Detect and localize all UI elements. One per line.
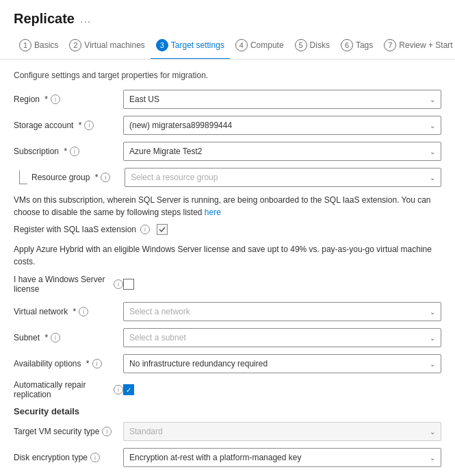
sql-info-box: VMs on this subscription, wherein SQL Se… bbox=[14, 194, 441, 218]
windows-license-row: I have a Windows Server license i bbox=[14, 275, 441, 294]
disk-encryption-info-icon[interactable]: i bbox=[90, 453, 100, 462]
page-title: Replicate bbox=[14, 11, 75, 27]
target-vm-security-label: Target VM security type i bbox=[14, 427, 123, 436]
virtual-network-label: Virtual network * i bbox=[14, 307, 123, 316]
subnet-label: Subnet * i bbox=[14, 333, 123, 342]
step-label-2: Virtual machines bbox=[84, 40, 145, 50]
subnet-info-icon[interactable]: i bbox=[51, 333, 60, 342]
disk-encryption-chevron-icon: ⌄ bbox=[430, 454, 435, 462]
windows-license-info-icon[interactable]: i bbox=[114, 279, 123, 289]
step-label-5: Disks bbox=[310, 40, 330, 50]
resource-group-dropdown[interactable]: Select a resource group ⌄ bbox=[125, 168, 441, 187]
storage-chevron-icon: ⌄ bbox=[430, 122, 435, 129]
step-num-1: 1 bbox=[19, 39, 31, 51]
wizard-step-review[interactable]: 7 Review + Start replication bbox=[378, 32, 455, 60]
auto-repair-row: Automatically repair replication i bbox=[14, 380, 441, 399]
resource-group-info-icon[interactable]: i bbox=[101, 173, 110, 182]
region-row: Region * i East US ⌄ bbox=[14, 90, 441, 109]
section-description: Configure settings and target properties… bbox=[14, 71, 441, 80]
region-info-icon[interactable]: i bbox=[51, 95, 60, 104]
subscription-row: Subscription * i Azure Migrate Test2 ⌄ bbox=[14, 142, 441, 161]
availability-info-icon[interactable]: i bbox=[92, 359, 102, 368]
wizard-step-compute[interactable]: 4 Compute bbox=[230, 32, 289, 60]
subscription-dropdown[interactable]: Azure Migrate Test2 ⌄ bbox=[123, 142, 441, 161]
resource-group-chevron-icon: ⌄ bbox=[430, 174, 435, 181]
subnet-dropdown[interactable]: Select a subnet ⌄ bbox=[123, 328, 441, 347]
subnet-row: Subnet * i Select a subnet ⌄ bbox=[14, 328, 441, 347]
disk-encryption-dropdown[interactable]: Encryption at-rest with a platform-manag… bbox=[123, 448, 441, 467]
region-chevron-icon: ⌄ bbox=[430, 96, 435, 103]
step-num-4: 4 bbox=[235, 39, 248, 51]
disk-encryption-row: Disk encryption type i Encryption at-res… bbox=[14, 448, 441, 467]
virtual-network-dropdown[interactable]: Select a network ⌄ bbox=[123, 302, 441, 321]
storage-account-dropdown[interactable]: (new) migratersa899899444 ⌄ bbox=[123, 116, 441, 135]
wizard-step-tags[interactable]: 6 Tags bbox=[335, 32, 378, 60]
storage-account-label: Storage account * i bbox=[14, 121, 123, 130]
region-dropdown[interactable]: East US ⌄ bbox=[123, 90, 441, 109]
step-num-6: 6 bbox=[341, 39, 353, 51]
resource-group-row: Resource group * i Select a resource gro… bbox=[14, 168, 441, 187]
target-vm-security-dropdown[interactable]: Standard ⌄ bbox=[123, 422, 441, 441]
apply-azure-text: Apply Azure Hybrid with an eligible Wind… bbox=[14, 243, 441, 268]
windows-license-checkbox[interactable] bbox=[123, 279, 134, 290]
subscription-chevron-icon: ⌄ bbox=[430, 148, 435, 155]
subscription-label: Subscription * i bbox=[14, 147, 123, 156]
wizard-step-target-settings[interactable]: 3 Target settings bbox=[151, 32, 230, 60]
step-num-3: 3 bbox=[156, 39, 168, 51]
virtual-network-info-icon[interactable]: i bbox=[79, 307, 88, 316]
windows-license-label: I have a Windows Server license i bbox=[14, 275, 123, 294]
auto-repair-info-icon[interactable]: i bbox=[114, 385, 123, 394]
resource-group-connector bbox=[19, 171, 27, 184]
auto-repair-checkbox[interactable] bbox=[123, 384, 134, 395]
storage-account-row: Storage account * i (new) migratersa8998… bbox=[14, 116, 441, 135]
step-num-7: 7 bbox=[384, 39, 396, 51]
target-vm-security-info-icon[interactable]: i bbox=[102, 427, 112, 436]
wizard-step-virtual-machines[interactable]: 2 Virtual machines bbox=[64, 32, 151, 60]
availability-chevron-icon: ⌄ bbox=[430, 360, 435, 368]
page-dots: ... bbox=[80, 13, 91, 25]
availability-row: Availability options * i No infrastructu… bbox=[14, 354, 441, 373]
step-label-1: Basics bbox=[34, 40, 58, 50]
wizard-step-basics[interactable]: 1 Basics bbox=[14, 32, 64, 60]
auto-repair-label: Automatically repair replication i bbox=[14, 380, 123, 399]
main-content: Configure settings and target properties… bbox=[0, 60, 455, 476]
page-header: Replicate ... bbox=[0, 0, 455, 32]
virtual-network-chevron-icon: ⌄ bbox=[430, 308, 435, 316]
register-sql-row: Register with SQL IaaS extension i bbox=[14, 224, 441, 235]
step-num-2: 2 bbox=[69, 39, 81, 51]
step-label-7: Review + Start replication bbox=[399, 40, 455, 50]
security-title: Security details bbox=[14, 406, 441, 416]
storage-info-icon[interactable]: i bbox=[84, 121, 94, 130]
availability-dropdown[interactable]: No infrastructure redundancy required ⌄ bbox=[123, 354, 441, 373]
register-sql-checkbox[interactable] bbox=[157, 224, 168, 235]
step-label-6: Tags bbox=[356, 40, 373, 50]
resource-group-label: Resource group * i bbox=[27, 173, 125, 182]
subnet-chevron-icon: ⌄ bbox=[430, 334, 435, 342]
register-sql-label: Register with SQL IaaS extension bbox=[14, 225, 136, 234]
disk-encryption-label: Disk encryption type i bbox=[14, 453, 123, 462]
wizard-step-disks[interactable]: 5 Disks bbox=[289, 32, 335, 60]
step-label-4: Compute bbox=[250, 40, 284, 50]
target-vm-security-row: Target VM security type i Standard ⌄ bbox=[14, 422, 441, 441]
step-num-5: 5 bbox=[295, 39, 307, 51]
availability-label: Availability options * i bbox=[14, 359, 123, 368]
region-label: Region * i bbox=[14, 95, 123, 104]
sql-link[interactable]: here bbox=[205, 208, 221, 217]
register-sql-info-icon[interactable]: i bbox=[140, 225, 150, 234]
step-label-3: Target settings bbox=[171, 40, 224, 50]
target-vm-security-chevron-icon: ⌄ bbox=[430, 428, 435, 436]
virtual-network-row: Virtual network * i Select a network ⌄ bbox=[14, 302, 441, 321]
wizard-steps: 1 Basics 2 Virtual machines 3 Target set… bbox=[0, 32, 455, 60]
subscription-info-icon[interactable]: i bbox=[70, 147, 79, 156]
